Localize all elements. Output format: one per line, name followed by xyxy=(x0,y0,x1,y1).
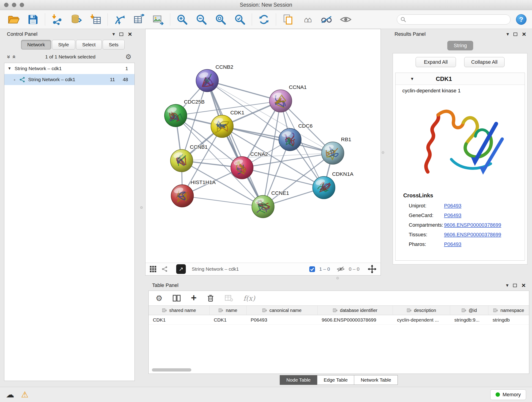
network-options-gear-icon[interactable]: ⚙ xyxy=(125,53,132,60)
collapse-all-button[interactable]: Collapse All xyxy=(464,57,505,67)
splitter-handle[interactable] xyxy=(140,206,143,209)
expand-all-networks-icon[interactable]: » xyxy=(11,55,17,58)
panel-float-icon[interactable] xyxy=(119,32,123,36)
help-button[interactable]: ? xyxy=(516,14,526,25)
table-cell[interactable]: stringdb:9... xyxy=(450,315,488,325)
crosslink-link[interactable]: 9606.ENSP00000378699 xyxy=(444,232,501,238)
column-header-shared-name[interactable]: shared name xyxy=(149,306,210,315)
import-table-from-file-icon[interactable] xyxy=(89,13,102,26)
network-node-CCNB1[interactable]: CCNB1 xyxy=(171,144,208,172)
network-node-CDC25B[interactable]: CDC25B xyxy=(165,99,205,127)
open-session-icon[interactable] xyxy=(7,13,20,26)
new-table-icon[interactable] xyxy=(132,13,146,26)
network-node-RB1[interactable]: RB1 xyxy=(322,136,351,164)
table-cell[interactable]: CDK1 xyxy=(210,315,247,325)
selected-checkbox-icon[interactable] xyxy=(309,266,315,272)
network-edge-HIST1H1A-CCNE1[interactable] xyxy=(182,196,263,207)
column-header--id[interactable]: @id xyxy=(450,306,488,315)
network-node-HIST1H1A[interactable]: HIST1H1A xyxy=(171,179,216,207)
table-settings-gear-icon[interactable]: ⚙ xyxy=(156,294,162,302)
show-eye-icon[interactable] xyxy=(339,13,352,26)
gene-section-header[interactable]: ▼ CDK1 xyxy=(395,73,525,85)
horizontal-scrollbar[interactable] xyxy=(152,368,526,372)
tab-node-table[interactable]: Node Table xyxy=(280,375,317,385)
window-zoom-button[interactable] xyxy=(20,3,24,7)
memory-button[interactable]: Memory xyxy=(490,389,526,400)
search-input[interactable] xyxy=(409,17,507,22)
table-cell[interactable]: P06493 xyxy=(247,315,317,325)
zoom-out-icon[interactable] xyxy=(195,13,208,26)
window-close-button[interactable] xyxy=(4,3,8,7)
clone-network-icon[interactable] xyxy=(281,13,295,26)
panel-float-icon[interactable] xyxy=(513,284,517,287)
crosslink-link[interactable]: 9606.ENSP00000378699 xyxy=(444,222,501,228)
window-minimize-button[interactable] xyxy=(12,3,16,7)
hide-panel-glasses-icon[interactable] xyxy=(320,13,333,26)
scrollbar-thumb[interactable] xyxy=(152,368,191,371)
network-node-CCNB2[interactable]: CCNB2 xyxy=(196,64,234,92)
cloud-icon[interactable]: ☁ xyxy=(6,390,14,399)
pan-move-icon[interactable] xyxy=(368,265,376,274)
tab-select[interactable]: Select xyxy=(76,40,102,50)
zoom-fit-icon[interactable] xyxy=(214,13,227,26)
export-image-icon[interactable] xyxy=(152,13,165,26)
network-node-CCNA1[interactable]: CCNA1 xyxy=(269,84,307,112)
tab-network[interactable]: Network xyxy=(21,40,51,50)
table-row[interactable]: CDK1CDK1P064939606.ENSP00000378699cyclin… xyxy=(149,315,529,325)
toolbar-separator xyxy=(170,13,170,26)
zoom-selected-icon[interactable] xyxy=(233,13,247,26)
network-edge-CCNB2-CCNE1[interactable] xyxy=(207,81,263,207)
function-builder-icon[interactable]: f(x) xyxy=(243,294,255,302)
save-session-icon[interactable] xyxy=(26,13,40,26)
panel-float-icon[interactable] xyxy=(513,32,517,36)
column-header-namespace[interactable]: namespace xyxy=(488,306,529,315)
table-cell[interactable]: 9606.ENSP00000378699 xyxy=(317,315,393,325)
string-results-tab[interactable]: String xyxy=(447,41,473,51)
open-in-new-window-button[interactable]: ↗ xyxy=(176,264,186,274)
splitter-handle[interactable] xyxy=(382,151,384,154)
network-row-selected[interactable]: ● String Network – cdk1 11 48 xyxy=(4,74,134,85)
string-home-icon[interactable]: ⌂⌂ xyxy=(301,13,314,26)
table-cell[interactable]: CDK1 xyxy=(149,315,210,325)
panel-close-icon[interactable]: × xyxy=(128,31,132,38)
network-collection-row[interactable]: ▼ String Network – cdk1 1 xyxy=(4,63,134,74)
network-node-CDKN1A[interactable]: CDKN1A xyxy=(313,171,354,199)
new-network-icon[interactable] xyxy=(113,13,126,26)
grid-view-icon[interactable] xyxy=(150,266,157,273)
column-header-database-identifier[interactable]: database identifier xyxy=(317,306,393,315)
panel-minimize-icon[interactable]: ▾ xyxy=(112,31,115,37)
import-network-from-file-icon[interactable] xyxy=(51,13,64,26)
tab-network-table[interactable]: Network Table xyxy=(354,375,398,385)
table-cell[interactable]: stringdb xyxy=(488,315,529,325)
warning-icon[interactable]: ⚠ xyxy=(21,390,28,399)
panel-minimize-icon[interactable]: ▾ xyxy=(506,282,508,288)
splitter-handle[interactable] xyxy=(336,277,339,279)
panel-minimize-icon[interactable]: ▾ xyxy=(506,31,509,37)
crosslink-link[interactable]: P06493 xyxy=(444,241,462,247)
column-header-description[interactable]: description xyxy=(393,306,450,315)
create-column-icon[interactable]: + xyxy=(191,293,196,303)
crosslink-link[interactable]: P06493 xyxy=(444,212,462,218)
delete-column-trash-icon[interactable] xyxy=(207,294,215,302)
table-cell[interactable]: cyclin-dependent ... xyxy=(393,315,450,325)
column-header-name[interactable]: name xyxy=(210,306,247,315)
toolbar-search-box[interactable] xyxy=(397,14,510,25)
column-header-canonical-name[interactable]: canonical name xyxy=(247,306,317,315)
network-overview-icon[interactable] xyxy=(162,266,168,272)
disclosure-triangle-icon[interactable]: ▼ xyxy=(410,77,414,81)
zoom-in-icon[interactable] xyxy=(176,13,189,26)
apply-layout-icon[interactable] xyxy=(257,13,271,26)
network-canvas[interactable]: CCNB2CCNA1CDC25BCDK1CDC6RB1CCNB1CCNA2CDK… xyxy=(146,29,380,263)
disclosure-triangle-icon[interactable]: ▼ xyxy=(7,66,12,71)
crosslink-link[interactable]: P06493 xyxy=(444,203,462,209)
network-node-CDK1[interactable]: CDK1 xyxy=(211,109,244,138)
tab-sets[interactable]: Sets xyxy=(103,40,125,50)
expand-all-button[interactable]: Expand All xyxy=(416,57,456,67)
tab-style[interactable]: Style xyxy=(52,40,75,50)
panel-close-icon[interactable]: × xyxy=(521,282,526,289)
hidden-eye-slash-icon[interactable] xyxy=(337,266,345,272)
import-network-from-database-icon[interactable] xyxy=(70,13,83,26)
show-columns-icon[interactable] xyxy=(172,294,181,302)
tab-edge-table[interactable]: Edge Table xyxy=(317,375,355,385)
panel-close-icon[interactable]: × xyxy=(522,31,526,38)
